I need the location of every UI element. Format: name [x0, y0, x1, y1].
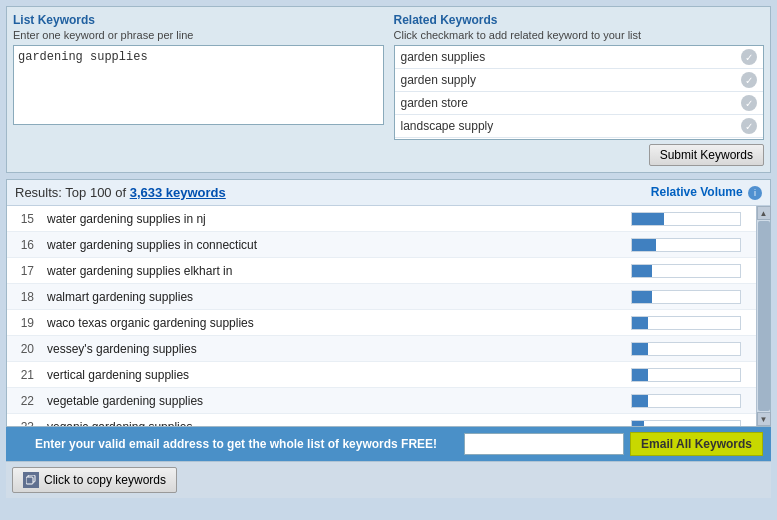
bar-background [631, 394, 741, 408]
related-keywords-title: Related Keywords [394, 13, 765, 27]
email-all-keywords-button[interactable]: Email All Keywords [630, 432, 763, 456]
scroll-thumb[interactable] [758, 221, 770, 411]
row-number: 21 [7, 368, 42, 382]
related-keyword-text: landscape supply [401, 119, 494, 133]
bar-fill [632, 213, 664, 225]
add-keyword-button[interactable]: ✓ [741, 49, 757, 65]
row-keyword: vertical gardening supplies [42, 365, 626, 385]
table-row: 17water gardening supplies elkhart in [7, 258, 756, 284]
row-number: 18 [7, 290, 42, 304]
related-keyword-text: garden supplies [401, 50, 486, 64]
email-bar: Enter your valid email address to get th… [6, 427, 771, 461]
row-bar-cell [626, 313, 756, 333]
bar-fill [632, 395, 648, 407]
bottom-bar: Click to copy keywords [6, 461, 771, 498]
results-scroll-area[interactable]: 15water gardening supplies in nj16water … [7, 206, 756, 426]
relative-volume-header: Relative Volume i [651, 185, 762, 200]
relative-volume-label: Relative Volume [651, 185, 743, 199]
row-bar-cell [626, 287, 756, 307]
bar-fill [632, 369, 648, 381]
email-input[interactable] [464, 433, 624, 455]
row-keyword: vegetable gardening supplies [42, 391, 626, 411]
bar-fill [632, 343, 648, 355]
scroll-up-button[interactable]: ▲ [757, 206, 771, 220]
top-section: List Keywords Enter one keyword or phras… [6, 6, 771, 173]
related-keyword-text: garden store [401, 96, 468, 110]
list-item: garden store ✓ [395, 92, 764, 115]
row-keyword: water gardening supplies in nj [42, 209, 626, 229]
table-row: 15water gardening supplies in nj [7, 206, 756, 232]
results-title: Results: Top 100 of 3,633 keywords [15, 185, 226, 200]
row-number: 19 [7, 316, 42, 330]
row-keyword: walmart gardening supplies [42, 287, 626, 307]
bar-background [631, 290, 741, 304]
table-row: 19waco texas organic gardening supplies [7, 310, 756, 336]
results-heading-prefix: Results: Top 100 of [15, 185, 130, 200]
bar-background [631, 342, 741, 356]
bar-background [631, 212, 741, 226]
bar-background [631, 316, 741, 330]
copy-icon [23, 472, 39, 488]
bar-background [631, 264, 741, 278]
row-number: 20 [7, 342, 42, 356]
list-keywords-panel: List Keywords Enter one keyword or phras… [13, 13, 384, 166]
bar-fill [632, 421, 644, 427]
related-keywords-subtitle: Click checkmark to add related keyword t… [394, 29, 765, 41]
related-keywords-list: garden supplies ✓ garden supply ✓ garden… [394, 45, 765, 140]
bar-background [631, 420, 741, 427]
row-bar-cell [626, 417, 756, 427]
bar-fill [632, 317, 648, 329]
related-keywords-panel: Related Keywords Click checkmark to add … [394, 13, 765, 166]
keyword-textarea[interactable]: gardening supplies [13, 45, 384, 125]
info-icon[interactable]: i [748, 186, 762, 200]
bar-background [631, 238, 741, 252]
list-item: landscape supply ✓ [395, 115, 764, 138]
results-scrollbar[interactable]: ▲ ▼ [756, 206, 770, 426]
svg-rect-1 [26, 477, 33, 484]
results-total-link[interactable]: 3,633 keywords [130, 185, 226, 200]
table-row: 23veganic gardening supplies [7, 414, 756, 426]
row-keyword: waco texas organic gardening supplies [42, 313, 626, 333]
list-item: garden supply ✓ [395, 69, 764, 92]
table-row: 18walmart gardening supplies [7, 284, 756, 310]
row-number: 22 [7, 394, 42, 408]
row-bar-cell [626, 339, 756, 359]
add-keyword-button[interactable]: ✓ [741, 72, 757, 88]
row-number: 16 [7, 238, 42, 252]
row-bar-cell [626, 391, 756, 411]
email-bar-text: Enter your valid email address to get th… [14, 437, 458, 451]
table-row: 16water gardening supplies in connecticu… [7, 232, 756, 258]
copy-keywords-button[interactable]: Click to copy keywords [12, 467, 177, 493]
bar-fill [632, 239, 656, 251]
row-bar-cell [626, 209, 756, 229]
row-bar-cell [626, 261, 756, 281]
row-keyword: water gardening supplies elkhart in [42, 261, 626, 281]
table-row: 22vegetable gardening supplies [7, 388, 756, 414]
copy-keywords-label: Click to copy keywords [44, 473, 166, 487]
row-bar-cell [626, 235, 756, 255]
results-section: Results: Top 100 of 3,633 keywords Relat… [6, 179, 771, 427]
add-keyword-button[interactable]: ✓ [741, 95, 757, 111]
row-number: 17 [7, 264, 42, 278]
list-keywords-title: List Keywords [13, 13, 384, 27]
submit-keywords-button[interactable]: Submit Keywords [649, 144, 764, 166]
bar-background [631, 368, 741, 382]
list-keywords-subtitle: Enter one keyword or phrase per line [13, 29, 384, 41]
bar-fill [632, 291, 652, 303]
row-number: 23 [7, 420, 42, 427]
table-row: 21vertical gardening supplies [7, 362, 756, 388]
row-keyword: vessey's gardening supplies [42, 339, 626, 359]
scroll-down-button[interactable]: ▼ [757, 412, 771, 426]
row-keyword: veganic gardening supplies [42, 417, 626, 427]
table-row: 20vessey's gardening supplies [7, 336, 756, 362]
results-header: Results: Top 100 of 3,633 keywords Relat… [7, 180, 770, 206]
row-number: 15 [7, 212, 42, 226]
row-bar-cell [626, 365, 756, 385]
add-keyword-button[interactable]: ✓ [741, 118, 757, 134]
related-keyword-text: garden supply [401, 73, 476, 87]
list-item: garden supplies ✓ [395, 46, 764, 69]
bar-fill [632, 265, 652, 277]
row-keyword: water gardening supplies in connecticut [42, 235, 626, 255]
